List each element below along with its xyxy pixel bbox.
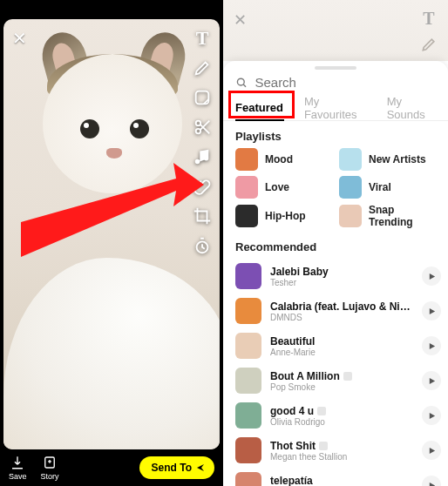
track-artwork: [235, 402, 261, 429]
play-icon: [428, 412, 436, 420]
crop-icon[interactable]: [192, 206, 213, 226]
play-button[interactable]: [422, 371, 441, 390]
send-to-button[interactable]: Send To: [139, 456, 214, 479]
track-meta: Calabria (feat. Lujavo & Nito-Onna)DMNDS: [270, 300, 413, 322]
snap-photo: [3, 19, 220, 449]
playlist-label: Love: [265, 181, 289, 193]
track-artwork: [235, 333, 261, 359]
playlist-thumb: [339, 205, 362, 227]
play-button[interactable]: [422, 441, 441, 460]
save-button[interactable]: Save: [9, 455, 27, 481]
track-artist: Anne-Marie: [270, 348, 413, 357]
recommended-list: Jalebi BabyTesherCalabria (feat. Lujavo …: [223, 259, 448, 486]
sticker-icon[interactable]: [192, 87, 213, 108]
story-icon: [42, 455, 58, 470]
story-button[interactable]: Story: [41, 455, 59, 481]
tab-favourites[interactable]: My Favourites: [304, 95, 366, 121]
play-button[interactable]: [422, 336, 441, 355]
track-title: good 4 u: [270, 405, 413, 417]
track-title: Bout A Million: [270, 370, 413, 382]
tab-featured[interactable]: Featured: [235, 101, 283, 114]
timer-icon[interactable]: [192, 235, 213, 256]
track-artwork: [235, 437, 261, 463]
playlist-thumb: [235, 176, 258, 199]
pencil-draw-icon[interactable]: [420, 36, 438, 57]
track-row[interactable]: good 4 uOlivia Rodrigo: [235, 398, 441, 433]
playlist-thumb: [235, 148, 258, 171]
snap-preview[interactable]: ✕ T: [3, 19, 220, 449]
track-artwork: [235, 368, 261, 394]
track-meta: Bout A MillionPop Smoke: [270, 370, 413, 392]
playlist-label: New Artists: [369, 153, 426, 165]
playlist-item[interactable]: Love: [235, 176, 332, 199]
play-icon: [428, 447, 436, 455]
explicit-badge: [343, 372, 352, 381]
music-picker-screen: ✕ T Featured My Favourites My Sounds Pla…: [223, 0, 448, 486]
playlist-item[interactable]: Mood: [235, 148, 332, 171]
play-icon: [428, 307, 436, 315]
close-button[interactable]: ✕: [12, 28, 27, 49]
paperclip-link-icon[interactable]: [192, 176, 213, 197]
explicit-badge: [319, 442, 328, 450]
play-button[interactable]: [422, 301, 441, 321]
track-title: Calabria (feat. Lujavo & Nito-Onna): [270, 300, 413, 313]
music-note-icon[interactable]: [192, 146, 213, 167]
explicit-badge: [317, 407, 326, 415]
playlist-label: Viral: [369, 181, 391, 193]
send-to-label: Send To: [152, 462, 192, 474]
playlist-label: Hip-Hop: [265, 210, 306, 222]
search-row[interactable]: [223, 71, 448, 95]
track-artist: Olivia Rodrigo: [270, 417, 413, 427]
snap-editor-screen: ✕ T Save: [0, 0, 223, 486]
tab-sounds[interactable]: My Sounds: [387, 95, 436, 121]
recommended-heading: Recommended: [223, 232, 448, 259]
track-meta: Thot ShitMegan thee Stallion: [270, 440, 413, 462]
download-icon: [10, 455, 25, 470]
playlist-thumb: [339, 176, 362, 199]
play-icon: [428, 482, 436, 487]
save-label: Save: [9, 472, 27, 481]
search-icon: [235, 76, 248, 90]
track-title: Jalebi Baby: [270, 266, 413, 278]
play-button[interactable]: [422, 406, 441, 425]
search-input[interactable]: [255, 75, 436, 90]
playlist-item[interactable]: Hip-Hop: [235, 204, 332, 228]
track-title: Beautiful: [270, 335, 413, 348]
track-artwork: [235, 472, 261, 486]
close-button[interactable]: ✕: [234, 10, 247, 30]
play-icon: [428, 273, 436, 280]
track-row[interactable]: Bout A MillionPop Smoke: [235, 363, 441, 398]
track-artist: DMNDS: [270, 313, 413, 322]
music-tabs: Featured My Favourites My Sounds: [223, 95, 448, 121]
play-icon: [428, 342, 436, 350]
playlist-label: Mood: [265, 153, 293, 165]
text-tool-icon[interactable]: T: [192, 28, 213, 49]
playlist-thumb: [339, 148, 362, 171]
track-row[interactable]: Calabria (feat. Lujavo & Nito-Onna)DMNDS: [235, 294, 441, 328]
play-button[interactable]: [422, 267, 441, 286]
track-artist: Tesher: [270, 278, 413, 287]
track-row[interactable]: Thot ShitMegan thee Stallion: [235, 433, 441, 468]
sheet-drag-handle[interactable]: [315, 66, 356, 70]
track-meta: BeautifulAnne-Marie: [270, 335, 413, 357]
playlist-item[interactable]: New Artists: [339, 148, 436, 171]
track-artist: Megan thee Stallion: [270, 452, 413, 462]
track-row[interactable]: Jalebi BabyTesher: [235, 259, 441, 294]
editor-tool-column: T: [192, 28, 213, 256]
playlists-grid: MoodNew ArtistsLoveViralHip-HopSnap Tren…: [223, 148, 448, 232]
text-tool-icon[interactable]: T: [423, 9, 434, 29]
playlist-item[interactable]: Viral: [339, 176, 436, 199]
track-row[interactable]: BeautifulAnne-Marie: [235, 328, 441, 363]
play-button[interactable]: [422, 476, 441, 486]
track-row[interactable]: telepatíaKali Uchis: [235, 468, 441, 486]
svg-point-6: [237, 78, 244, 85]
scissors-icon[interactable]: [192, 117, 213, 138]
track-artwork: [235, 263, 261, 289]
bottom-action-bar: Save Story Send To: [0, 449, 223, 486]
playlists-heading: Playlists: [223, 121, 448, 148]
playlist-label: Snap Trending: [369, 204, 436, 228]
pencil-draw-icon[interactable]: [192, 57, 213, 78]
play-icon: [428, 377, 436, 385]
playlist-item[interactable]: Snap Trending: [339, 204, 436, 228]
music-picker-backdrop: ✕ T: [223, 0, 448, 61]
